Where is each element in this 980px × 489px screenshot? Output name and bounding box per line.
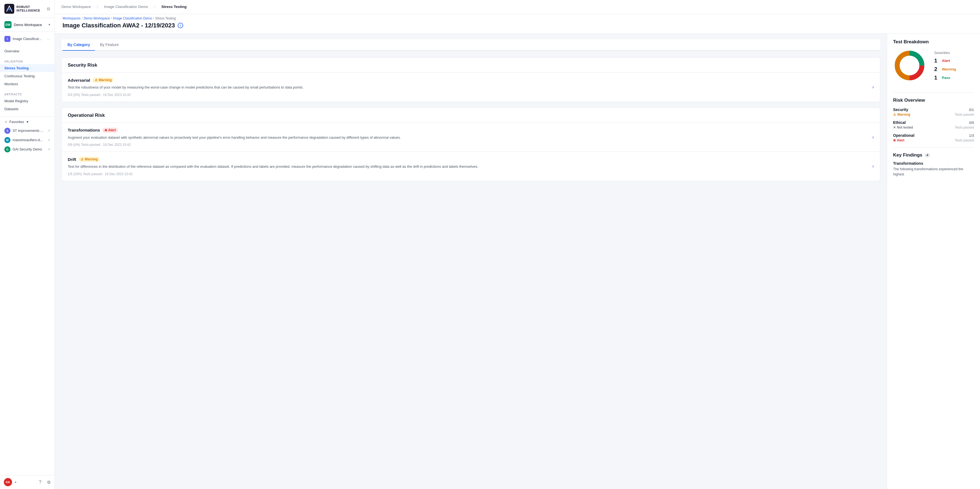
top-tab-demo-workspace[interactable]: Demo Workspace [61, 0, 96, 14]
breadcrumb: Workspaces / Demo Workspace / Image Clas… [62, 16, 972, 20]
drift-title: Drift [68, 157, 76, 162]
drift-status-badge: ⚠ Warning [78, 157, 100, 162]
sidebar: ROBUSTINTELLIGENCE ⊟ DW Demo Workspace ▾… [0, 0, 55, 489]
sidebar-project-item[interactable]: I Image Classificat... ··· [0, 34, 54, 44]
svg-point-1 [8, 8, 10, 10]
top-nav-tabs: Demo Workspace / Image Classification De… [55, 0, 980, 14]
sidebar-fav-item-st[interactable]: S ST improvements ... ↗ [0, 126, 54, 135]
page-header: Workspaces / Demo Workspace / Image Clas… [55, 14, 980, 34]
adversarial-meta: 0/3 (0%) Tests passed · 19 Dec 2023 10:4… [68, 93, 869, 97]
workspace-selector[interactable]: DW Demo Workspace ▾ [0, 18, 54, 32]
transformations-card[interactable]: Transformations ⊗ Alert Augment your eva… [62, 123, 880, 152]
sidebar-item-monitors[interactable]: Monitors [0, 80, 54, 88]
fav-avatar-m: M [5, 137, 10, 143]
favorites-chevron-icon: ▾ [27, 120, 29, 124]
tab-by-category[interactable]: By Category [62, 39, 95, 51]
key-findings-header: Key Findings 4 [893, 152, 974, 158]
user-chevron-icon[interactable]: ▾ [15, 481, 16, 484]
transformations-title: Transformations [68, 128, 100, 132]
operational-alert-icon: ⊗ [893, 138, 896, 142]
sidebar-item-continuous-testing[interactable]: Continuous Testing [0, 72, 54, 80]
sidebar-item-stress-testing[interactable]: Stress Testing [0, 64, 54, 72]
adversarial-card[interactable]: Adversarial ⚠ Warning Test the robustnes… [62, 73, 880, 102]
transformations-meta: 0/9 (0%) Tests passed · 19 Dec 2023 10:4… [68, 143, 869, 147]
transformations-chevron-icon[interactable]: › [872, 134, 874, 140]
settings-icon[interactable]: ⚙ [47, 479, 51, 485]
main-content-area: Demo Workspace / Image Classification De… [55, 0, 980, 489]
drift-chevron-icon[interactable]: › [872, 164, 874, 169]
sidebar-toggle-icon[interactable]: ⊟ [47, 6, 50, 11]
breadcrumb-workspaces[interactable]: Workspaces [62, 16, 81, 20]
risk-overview-operational: Operational 1/3 ⊗ Alert Tests passed [893, 133, 974, 142]
operational-ov-tests-label: Tests passed [955, 138, 974, 142]
fav-avatar-st: S [5, 128, 10, 134]
sidebar-fav-item-m[interactable]: M massimoaufiero-d... ↗ [0, 135, 54, 145]
operational-risk-title: Operational Risk [62, 108, 880, 123]
security-risk-section: Security Risk Adversarial ⚠ Warning Test… [61, 57, 880, 102]
warning-count: 2 [934, 66, 940, 72]
logo-text: ROBUSTINTELLIGENCE [16, 5, 40, 12]
ethical-ov-score: 0/0 [969, 121, 974, 125]
fav-arrow-gai-icon[interactable]: ↗ [48, 148, 50, 151]
donut-chart [893, 49, 929, 85]
project-more-icon[interactable]: ··· [47, 37, 50, 41]
workspace-chevron-icon: ▾ [49, 23, 50, 27]
warning-triangle-icon: ⚠ [95, 78, 98, 82]
sidebar-item-overview[interactable]: Overview [0, 47, 54, 55]
ethical-not-tested-icon: ✕ [893, 125, 896, 129]
logo-mark: ROBUSTINTELLIGENCE [5, 4, 40, 14]
fav-arrow-st-icon[interactable]: ↗ [48, 129, 50, 133]
fav-arrow-m-icon[interactable]: ↗ [48, 138, 50, 142]
breadcrumb-image-classification[interactable]: Image Classification Demo [113, 16, 152, 20]
main-scroll-area: By Category By Feature Security Risk Adv… [55, 34, 887, 489]
drift-description: Test for differences in the distribution… [68, 164, 869, 169]
sidebar-validation-label: VALIDATION [0, 59, 54, 64]
donut-chart-container: Severities 1 Alert 2 Warning 1 Pass [893, 49, 974, 85]
page-title: Image Classification AWA2 - 12/19/2023 [62, 22, 175, 29]
fav-label-st: ST improvements ... [13, 129, 45, 133]
severities-legend: Severities 1 Alert 2 Warning 1 Pass [934, 51, 974, 83]
operational-risk-section: Operational Risk Transformations ⊗ Alert… [61, 108, 880, 181]
alert-circle-icon: ⊗ [105, 128, 107, 132]
adversarial-chevron-icon[interactable]: › [872, 84, 874, 90]
fav-label-gai: GAI Security Demo [13, 148, 45, 151]
key-findings-title: Key Findings [893, 152, 923, 158]
category-tabs: By Category By Feature [61, 39, 880, 51]
sidebar-fav-item-gai[interactable]: G GAI Security Demo ↗ [0, 145, 54, 154]
findings-count-badge: 4 [924, 153, 930, 157]
sidebar-favorites-list: S ST improvements ... ↗ M massimoaufiero… [0, 126, 54, 154]
risk-overview-ethical: Ethical 0/0 ✕ Not tested Tests passed [893, 120, 974, 129]
tab-divider-2: / [153, 5, 156, 10]
top-tab-stress-testing[interactable]: Stress Testing [157, 0, 192, 14]
security-risk-title: Security Risk [62, 57, 880, 73]
adversarial-status-badge: ⚠ Warning [92, 78, 114, 83]
sidebar-project-section: I Image Classificat... ··· [0, 32, 54, 46]
sidebar-artifacts-group: ARTIFACTS Model Registry Datasets [0, 90, 54, 115]
tab-by-feature[interactable]: By Feature [95, 39, 123, 51]
adversarial-card-header: Adversarial ⚠ Warning [68, 78, 869, 83]
top-tab-image-classification[interactable]: Image Classification Demo [99, 0, 153, 14]
sidebar-item-model-registry[interactable]: Model Registry [0, 97, 54, 105]
sidebar-artifacts-label: ARTIFACTS [0, 91, 54, 97]
ethical-ov-badge: ✕ Not tested [893, 125, 913, 129]
sidebar-favorites-toggle[interactable]: ☆ Favorites ▾ [0, 117, 54, 126]
drift-meta: 1/5 (20%) Tests passed · 19 Dec 2023 10:… [68, 172, 869, 176]
transformations-description: Augment your evaluation dataset with syn… [68, 135, 869, 140]
finding-transformations-desc: The following transformations experience… [893, 167, 974, 177]
adversarial-description: Test the robustness of your model by mea… [68, 85, 869, 90]
drift-card[interactable]: Drift ⚠ Warning Test for differences in … [62, 152, 880, 181]
info-icon[interactable]: i [178, 23, 183, 28]
sidebar-bottom: KK ▾ ? ⚙ [0, 475, 54, 489]
breadcrumb-stress-testing: Stress Testing [155, 16, 176, 20]
panel-divider-1 [893, 92, 974, 93]
drift-card-header: Drift ⚠ Warning [68, 157, 869, 162]
risk-overview-security: Security 0/1 ⚠ Warning Tests passed [893, 108, 974, 116]
breadcrumb-demo-workspace[interactable]: Demo Workspace [84, 16, 110, 20]
risk-overview-title: Risk Overview [893, 98, 974, 103]
drift-card-body: Drift ⚠ Warning Test for differences in … [68, 157, 869, 176]
alert-label: Alert [942, 59, 950, 63]
user-avatar[interactable]: KK [4, 478, 12, 486]
help-icon[interactable]: ? [39, 479, 41, 484]
sidebar-item-datasets[interactable]: Datasets [0, 105, 54, 113]
transformations-status-badge: ⊗ Alert [102, 128, 118, 133]
